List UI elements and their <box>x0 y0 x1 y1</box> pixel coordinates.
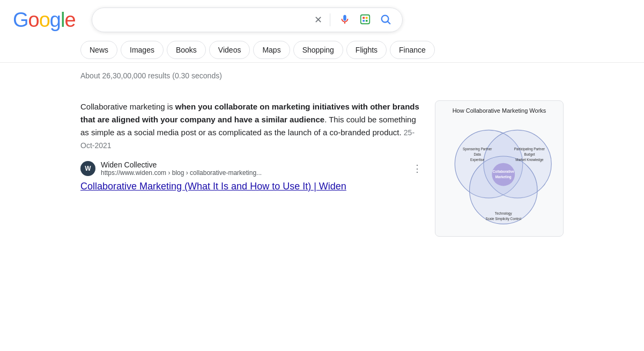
svg-text:Budget: Budget <box>524 152 535 157</box>
svg-rect-4 <box>365 19 367 21</box>
svg-text:Expertise: Expertise <box>470 158 485 162</box>
svg-text:Sponsoring Partner: Sponsoring Partner <box>463 147 492 151</box>
search-input[interactable]: collaborative marketing <box>101 15 309 25</box>
svg-rect-2 <box>365 17 367 19</box>
microphone-icon <box>339 13 351 27</box>
venn-svg: Sponsoring Partner Data Expertise Partic… <box>442 118 557 228</box>
more-options-icon: ⋮ <box>412 163 422 174</box>
svg-line-6 <box>388 21 390 24</box>
svg-text:Marketing: Marketing <box>495 175 512 179</box>
source-url: https://www.widen.com › blog › collabora… <box>101 169 262 177</box>
svg-text:Market Knowledge: Market Knowledge <box>515 158 544 162</box>
header: Google collaborative marketing ✕ <box>0 0 644 38</box>
svg-text:Scale  Simplicity  Control: Scale Simplicity Control <box>486 217 521 221</box>
result-date: 25-Oct-2021 <box>80 128 414 150</box>
svg-rect-1 <box>362 17 365 19</box>
tab-maps[interactable]: Maps <box>253 41 290 59</box>
tab-flights[interactable]: Flights <box>346 41 387 59</box>
result-text-area: Collaborative marketing is when you coll… <box>80 100 422 237</box>
svg-text:Participating Partner: Participating Partner <box>514 147 545 151</box>
close-icon: ✕ <box>314 14 322 26</box>
svg-rect-3 <box>362 19 365 21</box>
result-description: Collaborative marketing is when you coll… <box>80 100 422 152</box>
result-link[interactable]: Collaborative Marketing (What It Is and … <box>80 181 422 192</box>
results-count: About 26,30,00,000 results (0.30 seconds… <box>80 71 222 80</box>
search-button[interactable] <box>377 11 394 29</box>
voice-search-button[interactable] <box>337 11 353 29</box>
source-name: Widen Collective <box>101 160 262 169</box>
tab-books[interactable]: Books <box>167 41 206 59</box>
clear-button[interactable]: ✕ <box>313 13 323 27</box>
tab-news[interactable]: News <box>80 41 117 59</box>
source-info: Widen Collective https://www.widen.com ›… <box>101 160 262 177</box>
tab-finance[interactable]: Finance <box>390 41 435 59</box>
tab-images[interactable]: Images <box>121 41 164 59</box>
divider <box>330 13 330 26</box>
svg-text:Collaborative: Collaborative <box>493 170 514 173</box>
svg-text:Technology: Technology <box>495 211 513 216</box>
svg-rect-0 <box>360 14 369 24</box>
svg-text:Data: Data <box>473 152 481 156</box>
result-menu-button[interactable]: ⋮ <box>412 163 422 174</box>
tab-videos[interactable]: Videos <box>209 41 250 59</box>
result-bold: when you collaborate on marketing initia… <box>80 102 419 124</box>
search-icon <box>380 13 391 27</box>
lens-button[interactable] <box>357 11 373 29</box>
results-info: About 26,30,00,000 results (0.30 seconds… <box>0 65 644 86</box>
lens-icon <box>359 13 371 27</box>
main-content: Collaborative marketing is when you coll… <box>0 92 644 245</box>
search-bar: collaborative marketing ✕ <box>92 8 403 32</box>
source-row: W Widen Collective https://www.widen.com… <box>80 160 422 177</box>
tab-shopping[interactable]: Shopping <box>293 41 343 59</box>
venn-title: How Collaborative Marketing Works <box>442 107 557 114</box>
nav-tabs: News Images Books Videos Maps Shopping F… <box>0 38 644 63</box>
venn-diagram-box: How Collaborative Marketing Works Sponso… <box>435 100 564 237</box>
google-logo: Google <box>13 9 76 32</box>
avatar: W <box>80 161 95 176</box>
